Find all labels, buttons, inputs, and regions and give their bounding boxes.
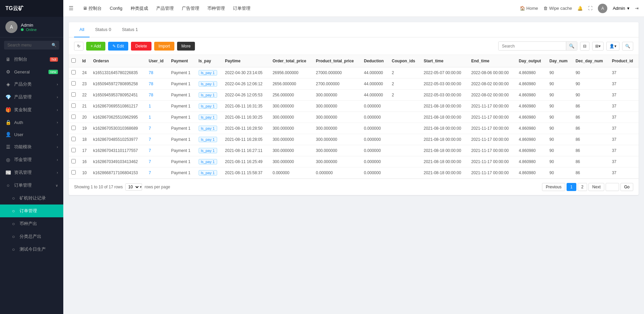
sidebar-item-reward[interactable]: 🎁 奖金制度 › — [0, 103, 63, 116]
edit-button[interactable]: ✎ Edit — [108, 42, 128, 51]
topnav-coin[interactable]: 币种管理 — [203, 0, 229, 17]
select-all-checkbox[interactable] — [71, 58, 76, 63]
row-paytime: 2022-04-26 12:06:12 — [222, 78, 270, 90]
sidebar-item-auth[interactable]: 🔒 Auth › — [0, 116, 63, 128]
search-input[interactable] — [499, 42, 566, 50]
notifications-link[interactable]: 🔔 — [577, 6, 583, 11]
row-start-time: 2022-05-03 00:00:00 — [421, 90, 468, 101]
row-deduction: 0.000000 — [361, 134, 389, 145]
delete-button[interactable]: Delete — [131, 42, 151, 51]
sidebar-search-input[interactable] — [4, 41, 59, 50]
row-product-id: 37 — [609, 101, 639, 112]
home-link[interactable]: 🏠 Home — [520, 6, 538, 11]
search-icon: 🔍 — [569, 43, 574, 49]
next-button[interactable]: Next — [588, 183, 604, 191]
row-checkbox[interactable] — [71, 81, 76, 86]
sidebar-item-product-category[interactable]: ◈ 产品分类 › — [0, 78, 63, 91]
row-checkbox[interactable] — [71, 126, 76, 130]
import-button[interactable]: Import — [154, 42, 174, 51]
row-end-time: 2021-11-17 00:00:00 — [469, 156, 516, 167]
fullscreen-button[interactable]: ⛶ — [588, 6, 592, 11]
table-row: 16 k1628670349103413462 7 Payment 1 ls_p… — [69, 156, 639, 167]
topnav-config[interactable]: Config — [106, 0, 127, 17]
row-checkbox[interactable] — [71, 92, 76, 97]
row-checkbox[interactable] — [71, 103, 76, 108]
row-product-id: 37 — [609, 112, 639, 123]
sidebar-item-product-manage[interactable]: 💎 产品管理 › — [0, 91, 63, 103]
row-payment: Payment 1 — [168, 78, 196, 90]
tab-status1[interactable]: Status 1 — [116, 22, 143, 37]
row-checkbox-cell[interactable] — [69, 123, 79, 134]
row-payment: Payment 1 — [168, 134, 196, 145]
row-is-pay: ls_pay 1 — [196, 90, 223, 101]
sidebar-item-order-manage[interactable]: ○ 订单管理 — [0, 205, 63, 217]
sidebar-item-dashboard[interactable]: 🖥 控制台 hot — [0, 53, 63, 66]
select-all-header[interactable] — [69, 55, 79, 67]
topnav-category[interactable]: 种类提成 — [127, 0, 152, 17]
row-product-total: 300.000000 — [313, 145, 361, 156]
rows-per-page-select[interactable]: 10 25 50 — [126, 184, 140, 190]
row-order-total: 300.000000 — [270, 123, 313, 134]
row-checkbox-cell[interactable] — [69, 156, 79, 167]
previous-button[interactable]: Previous — [542, 183, 565, 191]
wipe-cache-link[interactable]: 🗑 Wipe cache — [543, 6, 572, 11]
row-checkbox-cell[interactable] — [69, 67, 79, 78]
grid-view-button[interactable]: ⊞▾ — [592, 42, 604, 51]
row-checkbox-cell[interactable] — [69, 101, 79, 112]
row-paytime: 2021-08-11 16:28:05 — [222, 134, 270, 145]
search-button[interactable]: 🔍 — [566, 42, 577, 50]
row-checkbox[interactable] — [71, 115, 76, 119]
hamburger-menu-button[interactable]: ☰ — [69, 5, 73, 11]
row-day-num: 90 — [547, 145, 573, 156]
row-product-total: 300.000000 — [313, 156, 361, 167]
row-checkbox[interactable] — [71, 170, 76, 175]
row-paytime: 2021-08-11 16:28:50 — [222, 123, 270, 134]
row-checkbox-cell[interactable] — [69, 112, 79, 123]
row-checkbox-cell[interactable] — [69, 90, 79, 101]
go-button[interactable]: Go — [620, 183, 633, 191]
topnav-ad[interactable]: 广告管理 — [178, 0, 203, 17]
row-coupon-ids: 2 — [389, 90, 421, 101]
sidebar-item-news-manage[interactable]: 📰 资讯管理 › — [0, 166, 63, 179]
page-size-selector[interactable]: 10 25 50 ▾ — [125, 183, 142, 191]
row-checkbox-cell[interactable] — [69, 145, 79, 156]
table-scroll-container[interactable]: Id Ordersn User_id Payment Is_pay Paytim… — [69, 55, 639, 179]
sidebar-item-category-output[interactable]: ○ 分类总产出 — [0, 230, 63, 243]
row-is-pay: ls_pay 1 — [196, 112, 223, 123]
sidebar-item-test-today[interactable]: ○ 测试今日生产 — [0, 243, 63, 256]
sidebar-item-general[interactable]: ⚙ General new — [0, 66, 63, 78]
sidebar-item-coin-manage[interactable]: ◎ 币金管理 › — [0, 153, 63, 166]
page-1-button[interactable]: 1 — [567, 183, 576, 191]
page-2-button[interactable]: 2 — [578, 183, 587, 191]
add-button[interactable]: + Add — [86, 42, 105, 51]
row-checkbox[interactable] — [71, 70, 76, 74]
table-row: 24 k1651331645780226835 78 Payment 1 ls_… — [69, 67, 639, 78]
logout-button[interactable]: ⇥ — [635, 6, 639, 11]
row-checkbox[interactable] — [71, 137, 76, 141]
sidebar-item-coin-output[interactable]: ○ 币种产出 — [0, 217, 63, 230]
page-go-input[interactable] — [606, 183, 619, 191]
global-search-button[interactable]: 🔍 — [622, 42, 633, 51]
row-checkbox-cell[interactable] — [69, 167, 79, 179]
admin-dropdown[interactable]: A Admin ▾ — [598, 4, 630, 13]
more-button[interactable]: More — [177, 42, 195, 51]
topnav-order[interactable]: 订单管理 — [229, 0, 255, 17]
sidebar-item-miner-transfer[interactable]: ○ 矿机转让记录 — [0, 192, 63, 205]
sidebar-item-label: 产品管理 — [14, 94, 32, 100]
row-checkbox-cell[interactable] — [69, 78, 79, 90]
row-checkbox[interactable] — [71, 148, 76, 152]
row-checkbox[interactable] — [71, 159, 76, 163]
coin-icon: ◎ — [5, 157, 11, 162]
sidebar-item-order-manage-group[interactable]: ○ 订单管理 ∨ — [0, 179, 63, 192]
refresh-button[interactable]: ↻ — [74, 42, 83, 51]
column-settings-button[interactable]: 👤▾ — [606, 42, 619, 51]
sidebar-item-func-module[interactable]: ☰ 功能模块 › — [0, 140, 63, 153]
tab-all[interactable]: All — [74, 22, 90, 37]
row-checkbox-cell[interactable] — [69, 134, 79, 145]
table-view-button[interactable]: ⊟ — [580, 42, 589, 51]
topnav-product[interactable]: 产品管理 — [152, 0, 178, 17]
tab-status0[interactable]: Status 0 — [90, 22, 116, 37]
sidebar-item-user[interactable]: 👤 User › — [0, 128, 63, 140]
topnav-dashboard[interactable]: 🖥 控制台 — [79, 0, 106, 17]
user-info: Admin Online — [21, 23, 37, 32]
